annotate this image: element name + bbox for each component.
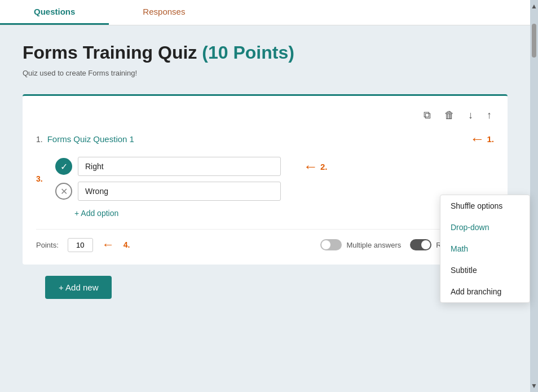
dropdown-item-math-label: Math <box>451 244 468 253</box>
add-option-label: + Add option <box>74 209 118 218</box>
step2-label: 2. <box>320 162 328 171</box>
step2-arrow: ← 2. <box>303 158 328 175</box>
add-option-area: + Add option <box>50 206 494 220</box>
add-option-button[interactable]: + Add option <box>72 206 121 220</box>
step3-label: 3. <box>36 174 43 183</box>
scrollbar-thumb[interactable] <box>532 24 536 58</box>
tab-responses[interactable]: Responses <box>109 0 219 25</box>
tab-bar: Questions Responses <box>0 0 530 25</box>
step1-label: 1. <box>487 134 494 144</box>
dropdown-item-subtitle[interactable]: Subtitle <box>440 259 530 281</box>
multiple-answers-toggle[interactable] <box>320 239 342 250</box>
dropdown-item-dropdown-label: Drop-down <box>451 223 489 232</box>
quiz-title: Forms Training Quiz (10 Points) <box>23 42 508 63</box>
points-input[interactable] <box>68 238 93 252</box>
correct-icon[interactable]: ✓ <box>55 158 72 175</box>
dropdown-menu: Shuffle options Drop-down Math Subtitle … <box>440 195 530 303</box>
dropdown-item-math[interactable]: Math <box>440 238 530 259</box>
add-new-button[interactable]: + Add new <box>45 276 112 299</box>
tab-responses-label: Responses <box>143 7 185 16</box>
question-row: 1. Forms Quiz Question 1 ← 1. <box>36 130 494 148</box>
arrow-left-icon-4: ← <box>102 237 114 252</box>
dropdown-item-shuffle[interactable]: Shuffle options <box>440 195 530 217</box>
option-row-right: ✓ ← 2. <box>55 157 494 176</box>
options-area: 3. ✓ ← 2. ✕ <box>36 157 494 201</box>
copy-button[interactable]: ⧉ <box>421 107 433 124</box>
add-new-label: + Add new <box>59 283 98 292</box>
step4-label: 4. <box>124 240 130 249</box>
arrow-left-icon-2: ← <box>303 158 318 175</box>
arrow-left-icon-1: ← <box>470 130 484 148</box>
step1-arrow: ← 1. <box>470 130 494 148</box>
required-toggle[interactable] <box>410 239 431 250</box>
card-toolbar: ⧉ 🗑 ↓ ↑ <box>36 107 494 124</box>
scrollbar: ▲ ▼ <box>530 0 538 392</box>
dropdown-item-dropdown[interactable]: Drop-down <box>440 217 530 238</box>
dropdown-item-branching[interactable]: Add branching <box>440 281 530 302</box>
question-number: 1. <box>36 135 43 144</box>
multiple-answers-label: Multiple answers <box>346 241 401 249</box>
question-card: ⧉ 🗑 ↓ ↑ 1. Forms Quiz Question 1 ← 1. 3. <box>23 94 508 265</box>
scroll-up-arrow[interactable]: ▲ <box>528 0 538 12</box>
option-row-wrong: ✕ <box>55 182 494 201</box>
move-up-button[interactable]: ↑ <box>484 107 494 124</box>
tab-questions[interactable]: Questions <box>0 0 109 25</box>
quiz-points: (10 Points) <box>202 42 294 63</box>
points-label: Points: <box>36 241 59 249</box>
multiple-answers-toggle-group: Multiple answers <box>320 239 401 250</box>
dropdown-item-subtitle-label: Subtitle <box>451 266 477 275</box>
quiz-title-text: Forms Training Quiz <box>23 42 197 63</box>
option-input-wrong[interactable] <box>78 182 281 201</box>
move-down-button[interactable]: ↓ <box>466 107 475 124</box>
dropdown-item-shuffle-label: Shuffle options <box>451 201 502 210</box>
dropdown-item-branching-label: Add branching <box>451 287 501 296</box>
question-text: Forms Quiz Question 1 <box>47 134 465 144</box>
card-footer: Points: ← 4. Multiple answers Required ⋯ <box>36 229 494 253</box>
wrong-icon[interactable]: ✕ <box>55 183 72 200</box>
tab-questions-label: Questions <box>34 7 75 16</box>
delete-button[interactable]: 🗑 <box>442 107 457 124</box>
quiz-description: Quiz used to create Forms training! <box>23 69 508 77</box>
option-input-right[interactable] <box>78 157 281 176</box>
